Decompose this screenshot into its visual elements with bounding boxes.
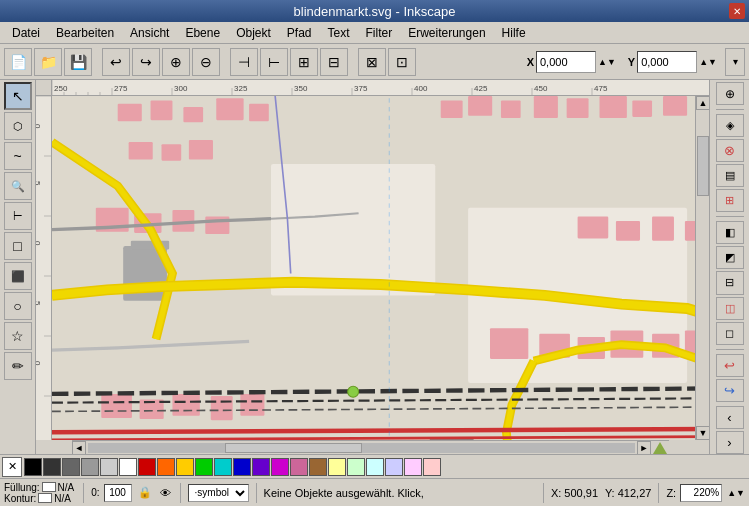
toolbar-expand-button[interactable]: ▾ <box>725 48 745 76</box>
svg-text:250: 250 <box>54 84 68 93</box>
snap-bbox-button[interactable]: ⊗ <box>716 139 744 162</box>
hscroll-track[interactable] <box>88 443 635 453</box>
menu-erweiterungen[interactable]: Erweiterungen <box>400 24 493 42</box>
color-cyan[interactable] <box>214 458 232 476</box>
vertical-scrollbar[interactable]: ▲ ▼ <box>695 96 709 440</box>
right-chevron-right[interactable]: › <box>716 431 744 454</box>
color-magenta[interactable] <box>271 458 289 476</box>
scroll-left-button[interactable]: ◄ <box>72 441 86 455</box>
color-red[interactable] <box>138 458 156 476</box>
map-svg[interactable] <box>52 96 709 440</box>
star-tool[interactable]: ☆ <box>4 322 32 350</box>
redo-button[interactable]: ↪ <box>132 48 160 76</box>
zoom-input[interactable] <box>680 484 722 502</box>
hscroll-thumb[interactable] <box>225 443 362 453</box>
lock-icon[interactable]: 🔒 <box>138 486 152 499</box>
snap-path-button[interactable]: ◻ <box>716 322 744 345</box>
color-gray[interactable] <box>62 458 80 476</box>
snap-midpoint-button[interactable]: ◩ <box>716 246 744 269</box>
color-yellow[interactable] <box>176 458 194 476</box>
snap-smooth-button[interactable]: ◫ <box>716 297 744 320</box>
undo-button[interactable]: ↩ <box>102 48 130 76</box>
style-select[interactable]: ·symbol <box>188 484 249 502</box>
visibility-icon[interactable]: 👁 <box>160 487 171 499</box>
color-darkgray[interactable] <box>43 458 61 476</box>
menu-filter[interactable]: Filter <box>358 24 401 42</box>
scroll-down-button[interactable]: ▼ <box>696 426 709 440</box>
color-purple[interactable] <box>252 458 270 476</box>
zoom-out-button[interactable]: ⊖ <box>192 48 220 76</box>
zoom-in-button[interactable]: ⊕ <box>162 48 190 76</box>
color-brown[interactable] <box>309 458 327 476</box>
rectangle-tool[interactable]: □ <box>4 232 32 260</box>
color-pink[interactable] <box>290 458 308 476</box>
snap-nodes-button[interactable]: ◈ <box>716 114 744 137</box>
color-lightgray[interactable] <box>81 458 99 476</box>
menu-objekt[interactable]: Objekt <box>228 24 279 42</box>
menu-pfad[interactable]: Pfad <box>279 24 320 42</box>
color-orange[interactable] <box>157 458 175 476</box>
scroll-thumb[interactable] <box>697 136 709 196</box>
distribute-button[interactable]: ⊡ <box>388 48 416 76</box>
ungroup-button[interactable]: ⊟ <box>320 48 348 76</box>
pencil-tool[interactable]: ✏ <box>4 352 32 380</box>
menu-datei[interactable]: Datei <box>4 24 48 42</box>
color-lightyellow[interactable] <box>328 458 346 476</box>
horizontal-scrollbar[interactable]: ◄ ► <box>72 440 669 454</box>
color-lightsalmon[interactable] <box>423 458 441 476</box>
color-lightgreen[interactable] <box>347 458 365 476</box>
fill-color-preview[interactable] <box>42 482 56 492</box>
new-button[interactable]: 📄 <box>4 48 32 76</box>
snap-redo-button[interactable]: ↪ <box>716 379 744 402</box>
fill-indicator: Füllung: N/A Kontur: N/A <box>4 482 74 504</box>
color-black[interactable] <box>24 458 42 476</box>
menubar: Datei Bearbeiten Ansicht Ebene Objekt Pf… <box>0 22 749 44</box>
color-palette-bar[interactable]: ✕ <box>0 454 749 478</box>
menu-text[interactable]: Text <box>320 24 358 42</box>
canvas-area[interactable]: 0 5 0 5 0 <box>36 96 709 440</box>
opacity-input[interactable] <box>104 484 132 502</box>
no-fill-button[interactable]: ✕ <box>2 457 22 477</box>
color-blue[interactable] <box>233 458 251 476</box>
snap-corner-button[interactable]: ⊟ <box>716 271 744 294</box>
menu-ebene[interactable]: Ebene <box>177 24 228 42</box>
stroke-label: Kontur: <box>4 493 36 504</box>
ruler-left-svg: 0 5 0 5 0 <box>36 96 51 440</box>
zoom-tool[interactable]: 🔍 <box>4 172 32 200</box>
snap-enable-button[interactable]: ⊕ <box>716 82 744 105</box>
align-left-button[interactable]: ⊣ <box>230 48 258 76</box>
save-button[interactable]: 💾 <box>64 48 92 76</box>
y-coord-input[interactable] <box>637 51 697 73</box>
scroll-up-button[interactable]: ▲ <box>696 96 709 110</box>
color-lightblue[interactable] <box>385 458 403 476</box>
map-canvas[interactable]: ▲ ▼ <box>52 96 709 440</box>
color-lightpink[interactable] <box>404 458 422 476</box>
snap-page-button[interactable]: ▤ <box>716 164 744 187</box>
snap-undo-button[interactable]: ↩ <box>716 354 744 377</box>
color-white[interactable] <box>119 458 137 476</box>
x-coord-input[interactable] <box>536 51 596 73</box>
measure-tool[interactable]: ⊢ <box>4 202 32 230</box>
statusbar-sep-3 <box>256 483 257 503</box>
transform-button[interactable]: ⊠ <box>358 48 386 76</box>
snap-center-button[interactable]: ◧ <box>716 221 744 244</box>
align-center-button[interactable]: ⊢ <box>260 48 288 76</box>
color-lightcyan[interactable] <box>366 458 384 476</box>
tweak-tool[interactable]: ~ <box>4 142 32 170</box>
color-silver[interactable] <box>100 458 118 476</box>
right-chevron-left[interactable]: ‹ <box>716 406 744 429</box>
group-button[interactable]: ⊞ <box>290 48 318 76</box>
box3d-tool[interactable]: ⬛ <box>4 262 32 290</box>
color-green[interactable] <box>195 458 213 476</box>
snap-guide-button[interactable]: ⊞ <box>716 189 744 212</box>
stroke-color-preview[interactable] <box>38 493 52 503</box>
menu-bearbeiten[interactable]: Bearbeiten <box>48 24 122 42</box>
open-button[interactable]: 📁 <box>34 48 62 76</box>
selector-tool[interactable]: ↖ <box>4 82 32 110</box>
menu-hilfe[interactable]: Hilfe <box>494 24 534 42</box>
menu-ansicht[interactable]: Ansicht <box>122 24 177 42</box>
close-button[interactable]: ✕ <box>729 3 745 19</box>
node-editor-tool[interactable]: ⬡ <box>4 112 32 140</box>
ellipse-tool[interactable]: ○ <box>4 292 32 320</box>
scroll-right-button[interactable]: ► <box>637 441 651 455</box>
